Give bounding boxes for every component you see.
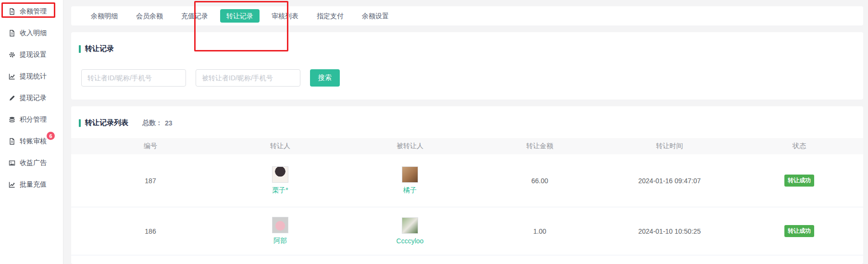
sidebar-item-withdraw-stats[interactable]: 提现统计 <box>0 65 63 87</box>
transferor-cell: 栗子* <box>215 166 345 195</box>
transferor-cell: 阿部 <box>215 217 345 245</box>
sidebar-item-withdraw-settings[interactable]: 提现设置 <box>0 44 63 65</box>
transferor-name-link[interactable]: 阿部 <box>273 237 287 245</box>
sidebar-item-points-management[interactable]: 积分管理 <box>0 109 63 130</box>
table-row: 186 阿部 Ccccyloo 1.00 2024-01-10 10:50:25… <box>71 207 863 255</box>
tab-designated-payment[interactable]: 指定支付 <box>308 6 353 25</box>
column-header-time: 转让时间 <box>605 142 734 151</box>
coins-icon <box>9 116 15 123</box>
column-header-status: 状态 <box>734 142 864 151</box>
section-title-text: 转让记录列表 <box>85 118 128 127</box>
status-badge: 转让成功 <box>784 175 814 187</box>
document-icon <box>9 138 15 145</box>
record-id: 187 <box>86 177 215 185</box>
sidebar-item-label: 提现记录 <box>20 94 47 102</box>
tab-bar: 余额明细 会员余额 充值记录 转让记录 审核列表 指定支付 余额设置 <box>71 6 863 25</box>
section-bar <box>79 119 81 127</box>
transfer-time: 2024-01-16 09:47:07 <box>605 177 734 185</box>
tab-balance-settings[interactable]: 余额设置 <box>353 6 398 25</box>
sidebar-item-label: 批量充值 <box>20 180 47 189</box>
sidebar: 余额管理 收入明细 提现设置 提现统计 提现记录 积分管理 转账 <box>0 0 63 264</box>
section-bar <box>79 45 81 53</box>
sidebar-item-withdraw-records[interactable]: 提现记录 <box>0 87 63 109</box>
tab-member-balance[interactable]: 会员余额 <box>127 6 172 25</box>
sidebar-item-income-detail[interactable]: 收入明细 <box>0 22 63 44</box>
search-button[interactable]: 搜索 <box>310 69 340 87</box>
column-header-transferor: 转让人 <box>215 142 345 151</box>
transferor-search-input[interactable] <box>81 69 186 87</box>
sidebar-item-label: 提现设置 <box>20 50 47 59</box>
record-id: 186 <box>86 227 215 235</box>
transferee-cell: 橘子 <box>345 166 475 195</box>
gear-icon <box>9 51 15 58</box>
sidebar-item-label: 提现统计 <box>20 72 47 81</box>
transfer-amount: 66.00 <box>475 177 605 185</box>
sidebar-item-batch-recharge[interactable]: 批量充值 <box>0 174 63 195</box>
tab-balance-detail[interactable]: 余额明细 <box>82 6 127 25</box>
total-value: 23 <box>165 119 173 127</box>
sidebar-item-revenue-ads[interactable]: 收益广告 <box>0 152 63 174</box>
sidebar-item-label: 积分管理 <box>20 115 47 124</box>
status-badge: 转让成功 <box>784 225 814 237</box>
tab-recharge-records[interactable]: 充值记录 <box>172 6 217 25</box>
line-chart-icon <box>9 73 15 80</box>
tab-review-list[interactable]: 审核列表 <box>262 6 308 25</box>
list-section-title: 转让记录列表 总数： 23 <box>71 118 863 127</box>
line-chart-icon <box>9 181 15 188</box>
transferee-cell: Ccccyloo <box>345 217 475 245</box>
transferor-avatar[interactable] <box>272 217 288 233</box>
transferee-avatar[interactable] <box>402 217 418 234</box>
pencil-icon <box>9 95 15 101</box>
notification-badge: 6 <box>47 132 55 140</box>
transferor-name-link[interactable]: 栗子* <box>272 186 288 195</box>
sidebar-item-label: 收入明细 <box>20 29 47 38</box>
table-header-row: 编号 转让人 被转让人 转让金额 转让时间 状态 <box>71 138 863 154</box>
total-label: 总数： <box>142 119 162 127</box>
transfer-time: 2024-01-10 10:50:25 <box>605 227 734 235</box>
document-icon <box>9 30 15 37</box>
transferee-name-link[interactable]: 橘子 <box>403 186 417 195</box>
tab-transfer-records[interactable]: 转让记录 <box>220 9 260 23</box>
section-title-text: 转让记录 <box>85 44 114 53</box>
document-icon <box>9 8 15 15</box>
search-section: 转让记录 搜索 <box>71 32 863 100</box>
sidebar-item-transfer-review[interactable]: 转账审核 6 <box>0 130 63 152</box>
total-count: 总数： 23 <box>142 119 173 127</box>
image-icon <box>9 160 15 166</box>
transferee-search-input[interactable] <box>196 69 300 87</box>
column-header-id: 编号 <box>86 142 215 151</box>
table-row: 187 栗子* 橘子 66.00 2024-01-16 09:47:07 转让成… <box>71 154 863 207</box>
transferee-name-link[interactable]: Ccccyloo <box>397 237 424 245</box>
column-header-amount: 转让金额 <box>475 142 605 151</box>
sidebar-item-label: 收益广告 <box>20 159 47 167</box>
transfer-record-list-section: 转让记录列表 总数： 23 编号 转让人 被转让人 转让金额 转让时间 状态 1… <box>71 106 863 264</box>
sidebar-item-label: 转账审核 <box>20 137 47 146</box>
transfer-amount: 1.00 <box>475 227 605 235</box>
transferor-avatar[interactable] <box>272 166 288 183</box>
column-header-transferee: 被转让人 <box>345 142 475 151</box>
sidebar-item-label: 余额管理 <box>20 7 47 16</box>
search-section-title: 转让记录 <box>71 44 863 53</box>
sidebar-item-balance-management[interactable]: 余额管理 <box>0 0 63 22</box>
transferee-avatar[interactable] <box>402 166 418 183</box>
